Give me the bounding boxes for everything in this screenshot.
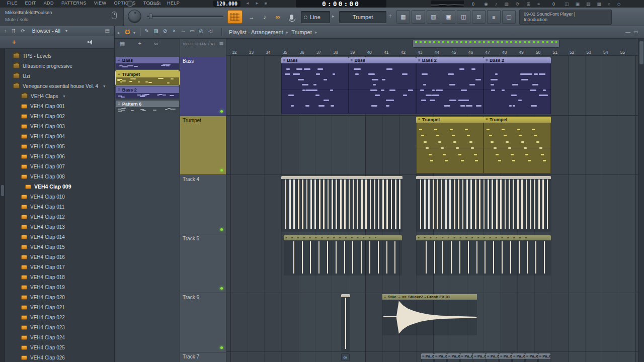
metronome-icon[interactable]: ◉ xyxy=(484,2,488,7)
playlist-overview-scrollbar[interactable] xyxy=(226,39,638,49)
audio-clip-stiickz[interactable]: ≡Stiickz xyxy=(382,294,397,335)
wait-for-input-icon[interactable]: ♪ xyxy=(495,2,498,7)
touch-controller-button[interactable]: ≡ xyxy=(487,10,501,24)
scrollbar-thumb[interactable] xyxy=(413,40,559,48)
audio-clip[interactable] xyxy=(416,176,551,232)
browser-item-veh4-clap-009[interactable]: VEH4 Clap 009 xyxy=(5,182,114,192)
mic-button[interactable] xyxy=(285,10,298,24)
panel-toggle-icon-3[interactable]: ▥ xyxy=(586,2,591,7)
stop-icon[interactable]: ■ xyxy=(265,1,267,6)
track-status-light[interactable] xyxy=(220,169,223,171)
speaker-icon[interactable] xyxy=(88,40,94,45)
browser-item-veh4-clap-002[interactable]: VEH4 Clap 002 xyxy=(5,111,114,121)
pattern-grid-button[interactable] xyxy=(227,10,243,24)
mini-pattern-clip[interactable]: ≡Pa..6 xyxy=(447,353,460,362)
add-pattern-button[interactable]: + xyxy=(388,13,392,20)
tools-menu-button[interactable]: ▢ xyxy=(502,10,516,24)
playback-tool-icon[interactable]: ◁ xyxy=(207,28,213,34)
shape-tool-selector[interactable]: Line xyxy=(301,11,330,23)
browser-item-veh4-clap-006[interactable]: VEH4 Clap 006 xyxy=(5,151,114,161)
channel-rack-button[interactable]: ▥ xyxy=(427,10,440,24)
track-status-light[interactable] xyxy=(220,287,223,290)
browser-item-veh4-clap-004[interactable]: VEH4 Clap 004 xyxy=(5,131,114,141)
panel-toggle-icon-6[interactable]: ◇ xyxy=(617,2,621,7)
browser-item-uzi[interactable]: Uzi xyxy=(5,71,114,81)
mini-pattern-clip[interactable]: ≡Pa..6 xyxy=(473,353,486,362)
shape-tool-arrow-icon[interactable]: ▸ xyxy=(332,14,335,19)
main-volume-knob[interactable] xyxy=(128,10,141,23)
track-status-light[interactable] xyxy=(220,228,223,231)
multilink-icon[interactable]: ≡ xyxy=(537,2,540,7)
note-snap-icon[interactable]: ♪ xyxy=(258,10,271,24)
playlist-minimize-button[interactable]: — xyxy=(625,29,630,35)
step-edit-icon[interactable]: ⊞ xyxy=(526,2,530,7)
browser-item-veh4-clap-012[interactable]: VEH4 Clap 012 xyxy=(5,212,114,222)
track-header-track-4[interactable]: Track 4 xyxy=(180,175,226,234)
timeline-ruler[interactable]: 3233343536373839404142434445464748495051… xyxy=(226,49,638,56)
pattern-item-pattern-6[interactable]: ≡Pattern 6 xyxy=(116,101,179,113)
pattern-clip-bass-2[interactable]: ≡Bass 2 xyxy=(484,57,551,114)
browser-item-veh4-clap-008[interactable]: VEH4 Clap 008 xyxy=(5,171,114,182)
delete-tool-icon[interactable]: ⊘ xyxy=(162,28,168,34)
paint-tool-icon[interactable]: ▨ xyxy=(153,28,159,34)
loop-record-icon[interactable]: ⟳ xyxy=(516,2,520,7)
playlist-vertical-scrollbar[interactable] xyxy=(638,39,644,362)
browser-item-veh4-clap-022[interactable]: VEH4 Clap 022 xyxy=(5,312,114,322)
snap-magnet-icon[interactable]: Ω xyxy=(125,28,130,36)
browser-item-veh4-clap-003[interactable]: VEH4 Clap 003 xyxy=(5,121,114,131)
browser-item-veh4-clap-026[interactable]: VEH4 Clap 026 xyxy=(5,352,114,362)
scrollbar-thumb[interactable] xyxy=(1,185,4,196)
piano-roll-button[interactable]: ▤ xyxy=(412,10,425,24)
browser-item-veh4-clap-015[interactable]: VEH4 Clap 015 xyxy=(5,242,114,252)
track-column-grid-icon[interactable]: ▦ xyxy=(219,41,223,46)
up-icon[interactable]: ↑ xyxy=(4,28,7,34)
track-status-light[interactable] xyxy=(220,110,223,113)
track-status-light[interactable] xyxy=(220,346,223,349)
browser-item-veh4-clap-010[interactable]: VEH4 Clap 010 xyxy=(5,192,114,202)
menu-view[interactable]: VIEW xyxy=(94,1,107,6)
panel-toggle-icon-1[interactable]: ◫ xyxy=(565,2,569,7)
blend-recording-icon[interactable]: ▤ xyxy=(504,2,509,7)
browser-dropdown-icon[interactable]: ▾ xyxy=(65,29,67,33)
typing-link-icon[interactable]: ∞ xyxy=(271,10,284,24)
main-pitch-slider[interactable] xyxy=(147,16,223,18)
browser-item-veh4-clap-001[interactable]: VEH4 Clap 001 xyxy=(5,101,114,111)
browser-item-veh4-clap-018[interactable]: VEH4 Clap 018 xyxy=(5,272,114,282)
track-header-track-5[interactable]: Track 5 xyxy=(180,234,226,294)
browser-menu-icon[interactable]: ▤ xyxy=(105,28,110,34)
browser-item-veh4-clap-007[interactable]: VEH4 Clap 007 xyxy=(5,161,114,171)
pattern-clip-bass[interactable]: ≡Bass xyxy=(349,57,416,114)
zoom-tool-icon[interactable]: ◎ xyxy=(198,28,204,34)
mute-tool-icon[interactable]: × xyxy=(171,28,177,34)
audio-clip[interactable]: » » » » » » » » » » » » » » » » » » » xyxy=(416,235,551,276)
playlist-collapse-icon[interactable]: ▸ xyxy=(118,30,120,35)
tempo-display[interactable]: 120.000 xyxy=(213,1,240,7)
browser-item-veh4-clap-021[interactable]: VEH4 Clap 021 xyxy=(5,302,114,312)
browser-item-veh4-clap-023[interactable]: VEH4 Clap 023 xyxy=(5,322,114,332)
panel-toggle-icon-2[interactable]: ▣ xyxy=(576,2,580,7)
record-knob[interactable] xyxy=(127,1,133,7)
time-display[interactable]: 0:00:00 xyxy=(296,0,386,8)
mixer-button[interactable]: ▣ xyxy=(442,10,455,24)
slip-tool-icon[interactable]: ⇔ xyxy=(180,28,186,34)
browser-item-veh4-clap-020[interactable]: VEH4 Clap 020 xyxy=(5,292,114,302)
pattern-item-trumpet[interactable]: ≡Trumpet xyxy=(116,71,179,85)
browser-toggle-button[interactable]: ◫ xyxy=(457,10,470,24)
browser-item-veh4-clap-025[interactable]: VEH4 Clap 025 xyxy=(5,342,114,352)
track-header-track-6[interactable]: Track 6 xyxy=(180,293,226,352)
mini-pattern-clip[interactable]: ≡Pa..6 xyxy=(421,353,434,362)
browser-item-ultrasonic-progressive[interactable]: Ultrasonic progressive xyxy=(5,61,114,71)
menu-file[interactable]: FILE xyxy=(7,1,18,6)
mini-pattern-clip[interactable]: ≡Pa..6 xyxy=(434,353,447,362)
menu-edit[interactable]: EDIT xyxy=(25,1,36,6)
browser-item-veh4-clap-011[interactable]: VEH4 Clap 011 xyxy=(5,202,114,212)
pattern-clip-bass-2[interactable]: ≡Bass 2 xyxy=(416,57,484,114)
track-header-trumpet[interactable]: Trumpet xyxy=(180,116,226,175)
play-icon[interactable]: ► xyxy=(255,1,259,6)
pattern-clip-trumpet[interactable]: ≡Trumpet xyxy=(484,117,551,173)
collapse-all-icon[interactable]: ⇈ xyxy=(12,28,16,34)
browser-item-veh4-claps[interactable]: VEH4 Claps▾ xyxy=(5,91,114,101)
browser-title[interactable]: Browser - All xyxy=(32,28,60,34)
browser-add-button[interactable]: + xyxy=(12,38,16,46)
track-header-bass[interactable]: Bass xyxy=(180,57,226,116)
